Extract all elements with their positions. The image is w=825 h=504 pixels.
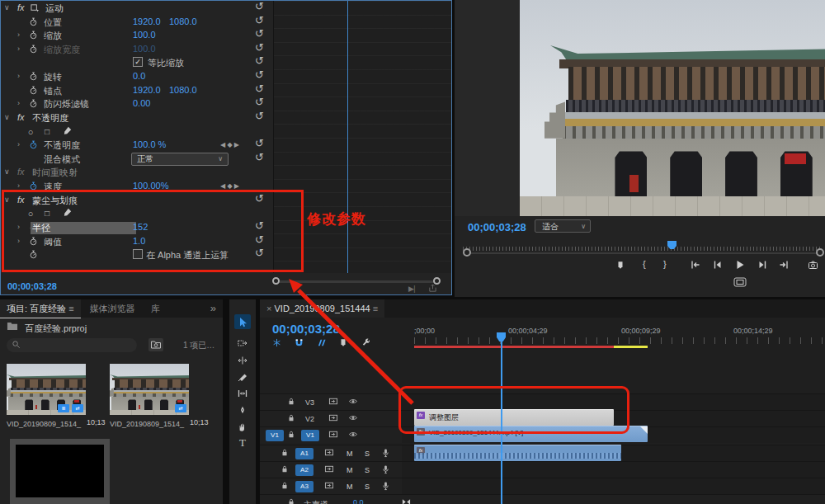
lock-icon[interactable] [280, 481, 289, 490]
bin-item-thumbnail[interactable]: ⇄≣ [7, 364, 86, 415]
panel-menu-icon[interactable]: ≡ [373, 304, 378, 313]
stopwatch-icon[interactable] [29, 140, 38, 149]
mute-button[interactable]: M [346, 466, 353, 474]
keyframe-nav[interactable]: ◀ ◆ ▶ [220, 141, 239, 148]
track-button-a3[interactable]: A3 [295, 481, 314, 492]
program-scrollbar[interactable] [464, 252, 819, 254]
clip-audio-a1[interactable]: fx [414, 445, 621, 461]
property-label[interactable]: 防闪烁滤镜 [44, 98, 89, 111]
slip-tool[interactable] [234, 386, 251, 401]
mute-button[interactable]: M [346, 450, 353, 458]
track-label[interactable]: V3 [305, 398, 314, 407]
eye-icon[interactable] [348, 397, 358, 406]
track-button-a2[interactable]: A2 [295, 464, 314, 476]
reset-icon[interactable]: ↺ [255, 14, 264, 26]
type-tool[interactable]: T [234, 436, 251, 450]
property-value[interactable]: 100.0 % [133, 139, 166, 149]
tab-project[interactable]: 项目: 百度经验 ≡ [0, 299, 81, 318]
property-value[interactable]: 0.00 [133, 98, 150, 108]
effect-zoom-scrollbar[interactable] [276, 280, 437, 283]
go-to-in-icon[interactable] [691, 259, 700, 270]
property-label[interactable]: 缩放 [44, 30, 62, 42]
track-lane[interactable] [402, 462, 825, 478]
track-button-v1[interactable]: V1 [301, 430, 319, 441]
search-bin-icon[interactable] [148, 338, 163, 351]
property-label[interactable]: 位置 [44, 16, 62, 29]
stopwatch-icon[interactable] [29, 17, 38, 26]
pen-tool[interactable] [234, 403, 251, 417]
property-value[interactable]: 100.0 [133, 44, 156, 54]
program-scroll-handle-right[interactable] [816, 248, 824, 257]
timeline-ruler[interactable]: ;00;0000;00;04;2900;00;09;2900;00;14;29 [402, 327, 825, 346]
marker-icon[interactable] [339, 338, 347, 347]
marker-icon[interactable] [616, 259, 625, 270]
solo-button[interactable]: S [365, 483, 370, 491]
keyframe-nav[interactable]: ◀ ◆ ▶ [220, 182, 239, 190]
bin-item-thumbnail[interactable]: ⇄ [110, 364, 189, 415]
ripple-edit-tool[interactable] [234, 353, 251, 368]
wrench-icon[interactable] [361, 338, 370, 347]
zoom-handle-left[interactable] [272, 277, 280, 285]
reset-icon[interactable]: ↺ [255, 54, 264, 67]
mic-icon[interactable] [381, 464, 390, 474]
reset-icon[interactable]: ↺ [255, 110, 264, 122]
stopwatch-icon[interactable] [29, 31, 38, 40]
track-button-a1[interactable]: A1 [295, 448, 314, 459]
stopwatch-icon[interactable] [29, 86, 38, 95]
sync-lock-icon[interactable] [324, 481, 334, 490]
track-label[interactable]: V2 [305, 415, 314, 423]
sync-lock-icon[interactable] [324, 448, 334, 457]
mute-button[interactable]: M [346, 483, 353, 491]
lock-icon[interactable] [287, 430, 295, 439]
eye-icon[interactable] [348, 430, 358, 439]
lock-icon[interactable] [287, 413, 295, 422]
reset-icon[interactable]: ↺ [255, 96, 264, 108]
pen-mask-icon[interactable] [64, 126, 72, 134]
solo-button[interactable]: S [365, 466, 370, 474]
eye-icon[interactable] [348, 413, 358, 422]
reset-icon[interactable]: ↺ [255, 27, 264, 40]
reset-icon[interactable]: ↺ [255, 82, 264, 95]
property-value[interactable]: 1080.0 [169, 85, 197, 95]
snap-icon[interactable] [295, 338, 304, 347]
linked-selection-icon[interactable] [317, 338, 326, 347]
stopwatch-icon[interactable] [29, 45, 38, 54]
mic-icon[interactable] [381, 481, 390, 491]
property-label[interactable]: 不透明度 [44, 139, 80, 152]
search-input[interactable] [7, 338, 137, 352]
panel-menu-icon[interactable]: ≡ [68, 304, 73, 313]
step-back-icon[interactable] [712, 259, 722, 270]
sync-lock-icon[interactable] [324, 464, 334, 473]
tab-media-browser[interactable]: 媒体浏览器 [83, 299, 142, 318]
sync-lock-icon[interactable] [328, 413, 338, 422]
property-value[interactable]: 1920.0 [133, 16, 161, 26]
close-icon[interactable]: × [266, 304, 271, 313]
lock-icon[interactable] [287, 397, 295, 406]
reset-icon[interactable]: ↺ [255, 151, 264, 163]
lock-icon[interactable] [280, 464, 289, 473]
lock-icon[interactable] [287, 497, 295, 504]
property-value[interactable]: 1080.0 [169, 16, 197, 26]
clip-usage-badge[interactable]: ⇄ [175, 404, 186, 412]
track-lane[interactable] [402, 478, 825, 494]
timeline-timecode[interactable]: 00;00;03;28 [272, 322, 340, 336]
play-icon[interactable] [735, 259, 745, 270]
more-panels-icon[interactable]: » [210, 302, 216, 314]
sync-lock-icon[interactable] [328, 430, 338, 439]
bin-item-name[interactable]: VID_20190809_1514_ [7, 420, 81, 428]
master-level-value[interactable]: 0.0 [353, 498, 364, 504]
lock-icon[interactable] [280, 448, 289, 457]
blend-mode-select[interactable]: 正常∨ [131, 153, 229, 166]
reset-icon[interactable]: ↺ [255, 0, 264, 12]
nest-icon[interactable] [272, 338, 281, 347]
export-icon[interactable] [428, 284, 437, 293]
tab-sequence[interactable]: × VID_20190809_151444 ≡ [260, 299, 384, 318]
step-forward-icon[interactable] [758, 259, 768, 270]
hand-tool[interactable] [234, 419, 251, 434]
comparison-view-icon[interactable] [733, 277, 747, 287]
property-label[interactable]: 缩放宽度 [44, 44, 80, 56]
property-value[interactable]: 1920.0 [133, 85, 161, 95]
mark-in-icon[interactable]: { [643, 259, 646, 269]
adjustment-layer-thumbnail[interactable] [16, 445, 104, 497]
property-label[interactable]: 旋转 [44, 71, 62, 83]
